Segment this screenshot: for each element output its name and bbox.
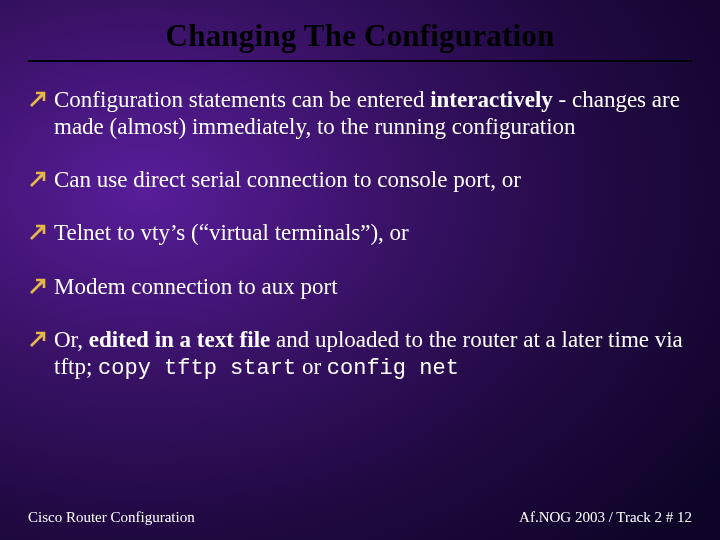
bullet-arrow-icon	[28, 329, 50, 351]
bullet-arrow-icon	[28, 89, 50, 111]
bullet-item: Telnet to vty’s (“virtual terminals”), o…	[28, 219, 692, 246]
bullet-arrow-icon	[28, 169, 50, 191]
footer-left: Cisco Router Configuration	[28, 509, 195, 526]
bullet-text-segment: edited in a text file	[89, 327, 270, 352]
bullet-arrow-icon	[28, 276, 50, 298]
bullet-text-segment: interactively	[430, 87, 553, 112]
slide-title: Changing The Configuration	[28, 18, 692, 62]
bullet-arrow-icon	[28, 222, 50, 244]
bullet-text-segment: Modem connection to aux port	[54, 274, 338, 299]
footer: Cisco Router Configuration Af.NOG 2003 /…	[28, 509, 692, 526]
bullet-text-segment: Can use direct serial connection to cons…	[54, 167, 521, 192]
bullet-item: Configuration statements can be entered …	[28, 86, 692, 140]
bullet-item: Modem connection to aux port	[28, 273, 692, 300]
bullet-item: Or, edited in a text file and uploaded t…	[28, 326, 692, 382]
bullet-text-segment: config net	[327, 356, 459, 381]
bullet-list: Configuration statements can be entered …	[28, 86, 692, 382]
bullet-text-segment: Telnet to vty’s (“virtual terminals”), o…	[54, 220, 409, 245]
bullet-text-segment: copy tftp start	[98, 356, 296, 381]
footer-right: Af.NOG 2003 / Track 2 # 12	[519, 509, 692, 526]
bullet-item: Can use direct serial connection to cons…	[28, 166, 692, 193]
bullet-text-segment: or	[296, 354, 327, 379]
slide: Changing The Configuration Configuration…	[0, 0, 720, 540]
bullet-text-segment: Configuration statements can be entered	[54, 87, 430, 112]
bullet-text-segment: Or,	[54, 327, 89, 352]
